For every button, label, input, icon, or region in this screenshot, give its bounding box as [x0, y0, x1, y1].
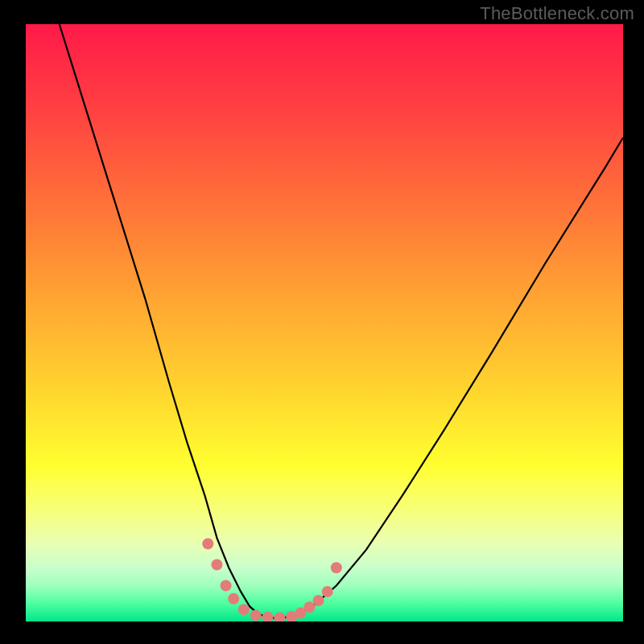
curve-marker — [228, 593, 239, 605]
curve-marker — [221, 580, 232, 591]
curve-marker — [238, 604, 250, 615]
chart-svg — [26, 24, 623, 621]
curve-marker — [274, 613, 285, 621]
curve-marker — [322, 586, 333, 597]
bottleneck-curve — [26, 24, 623, 618]
curve-marker — [211, 559, 222, 571]
curve-markers — [202, 539, 342, 621]
curve-marker — [331, 562, 342, 573]
chart-frame: TheBottleneck.com — [0, 0, 644, 644]
watermark-label: TheBottleneck.com — [480, 3, 634, 24]
curve-marker — [303, 601, 315, 613]
curve-marker — [250, 610, 262, 621]
curve-marker — [313, 595, 324, 606]
curve-marker — [202, 539, 213, 550]
curve-marker — [262, 612, 274, 621]
plot-area — [26, 24, 623, 621]
